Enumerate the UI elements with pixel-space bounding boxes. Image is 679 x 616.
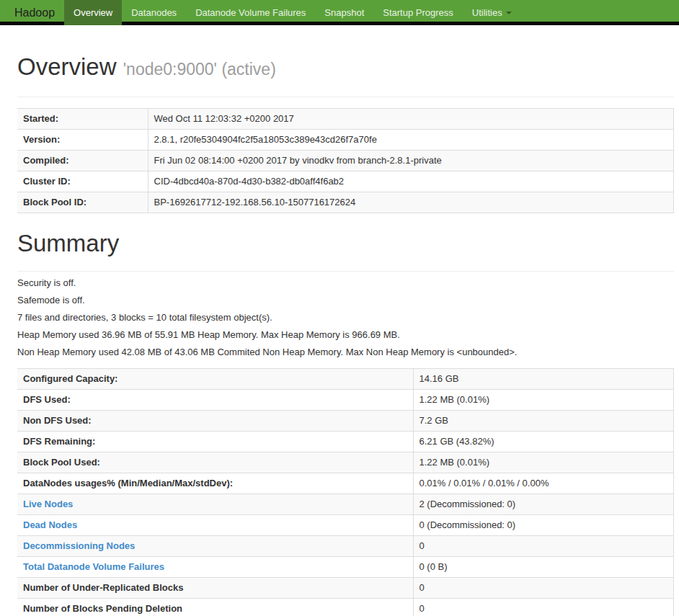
- info-label-cluster-id: Cluster ID:: [17, 171, 148, 192]
- nav-item-datanodes[interactable]: Datanodes: [122, 0, 186, 22]
- table-row: Non DFS Used: 7.2 GB: [17, 411, 674, 432]
- summary-value-under-replicated-blocks: 0: [413, 578, 674, 599]
- info-label-version: Version:: [17, 130, 148, 151]
- namenode-info-table: Started: Wed Oct 11 12:03:32 +0200 2017 …: [17, 108, 674, 213]
- info-value-started: Wed Oct 11 12:03:32 +0200 2017: [148, 109, 674, 130]
- live-nodes-link[interactable]: Live Nodes: [23, 499, 73, 509]
- summary-label-blocks-pending-deletion: Number of Blocks Pending Deletion: [17, 599, 413, 616]
- nav-link-utilities-label: Utilities: [472, 7, 502, 18]
- table-row: Block Pool ID: BP-1692617712-192.168.56.…: [17, 192, 674, 213]
- summary-text-block: Security is off. Safemode is off. 7 file…: [17, 278, 674, 357]
- nav-item-snapshot[interactable]: Snapshot: [315, 0, 373, 22]
- namenode-address-badge: 'node0:9000' (active): [123, 60, 276, 79]
- summary-value-live-nodes: 2 (Decommissioned: 0): [413, 494, 674, 515]
- summary-label-block-pool-used: Block Pool Used:: [17, 452, 413, 473]
- nav-link-datanode-volume-failures[interactable]: Datanode Volume Failures: [186, 0, 315, 25]
- security-status-text: Security is off.: [17, 278, 674, 288]
- table-row: Decommissioning Nodes 0: [17, 536, 674, 557]
- table-row: DataNodes usages% (Min/Median/Max/stdDev…: [17, 473, 674, 494]
- table-row: Number of Under-Replicated Blocks 0: [17, 578, 674, 599]
- summary-label-dfs-remaining: DFS Remaining:: [17, 432, 413, 452]
- nav-link-overview[interactable]: Overview: [64, 0, 122, 25]
- table-row: Version: 2.8.1, r20fe5304904fc2f5a18053c…: [17, 130, 674, 151]
- summary-value-non-dfs-used: 7.2 GB: [413, 411, 674, 432]
- summary-label-dead-nodes: Dead Nodes: [17, 515, 413, 536]
- nav-item-overview[interactable]: Overview: [64, 0, 122, 22]
- summary-label-dfs-used: DFS Used:: [17, 390, 413, 411]
- summary-value-blocks-pending-deletion: 0: [413, 599, 674, 616]
- summary-value-block-pool-used: 1.22 MB (0.01%): [413, 452, 674, 473]
- info-label-started: Started:: [17, 109, 148, 130]
- nav-link-utilities-dropdown[interactable]: Utilities: [463, 0, 521, 25]
- summary-value-decommissioning-nodes: 0: [413, 536, 674, 557]
- table-row: Block Pool Used: 1.22 MB (0.01%): [17, 452, 674, 473]
- summary-label-datanodes-usages: DataNodes usages% (Min/Median/Max/stdDev…: [17, 473, 413, 494]
- summary-section-title: Summary: [17, 231, 674, 256]
- table-row: Cluster ID: CID-4dbcd40a-870d-4d30-b382-…: [17, 171, 674, 192]
- table-row: Configured Capacity: 14.16 GB: [17, 369, 674, 390]
- decommissioning-nodes-link[interactable]: Decommissioning Nodes: [23, 540, 135, 551]
- summary-value-dead-nodes: 0 (Decommissioned: 0): [413, 515, 674, 536]
- page-title: Overview 'node0:9000' (active): [17, 54, 674, 82]
- table-row: Live Nodes 2 (Decommissioned: 0): [17, 494, 674, 515]
- summary-value-dfs-used: 1.22 MB (0.01%): [413, 390, 674, 411]
- table-row: DFS Used: 1.22 MB (0.01%): [17, 390, 674, 411]
- summary-label-non-dfs-used: Non DFS Used:: [17, 411, 413, 432]
- summary-value-configured-capacity: 14.16 GB: [413, 369, 674, 390]
- summary-label-under-replicated-blocks: Number of Under-Replicated Blocks: [17, 578, 413, 599]
- nav-menu: Overview Datanodes Datanode Volume Failu…: [64, 0, 521, 22]
- table-row: Number of Blocks Pending Deletion 0: [17, 599, 674, 616]
- nav-link-startup-progress[interactable]: Startup Progress: [373, 0, 463, 25]
- dead-nodes-link[interactable]: Dead Nodes: [23, 519, 77, 530]
- nav-item-startup-progress[interactable]: Startup Progress: [373, 0, 463, 22]
- summary-table: Configured Capacity: 14.16 GB DFS Used: …: [17, 368, 674, 616]
- table-row: Compiled: Fri Jun 02 08:14:00 +0200 2017…: [17, 151, 674, 171]
- nav-link-datanodes[interactable]: Datanodes: [122, 0, 186, 25]
- divider: [17, 97, 674, 97]
- table-row: DFS Remaining: 6.21 GB (43.82%): [17, 432, 674, 452]
- page-title-text: Overview: [17, 53, 117, 80]
- summary-label-decommissioning-nodes: Decommissioning Nodes: [17, 536, 413, 557]
- nav-item-utilities[interactable]: Utilities: [463, 0, 521, 22]
- table-row: Dead Nodes 0 (Decommissioned: 0): [17, 515, 674, 536]
- info-value-version: 2.8.1, r20fe5304904fc2f5a18053c389e43cd2…: [148, 130, 674, 151]
- caret-down-icon: [506, 12, 512, 14]
- summary-value-dfs-remaining: 6.21 GB (43.82%): [413, 432, 674, 452]
- info-label-compiled: Compiled:: [17, 151, 148, 171]
- info-value-compiled: Fri Jun 02 08:14:00 +0200 2017 by vinodk…: [148, 151, 674, 171]
- info-value-cluster-id: CID-4dbcd40a-870d-4d30-b382-db0aff4f6ab2: [148, 171, 674, 192]
- main-content: Overview 'node0:9000' (active) Started: …: [17, 54, 674, 616]
- nav-item-datanode-volume-failures[interactable]: Datanode Volume Failures: [186, 0, 315, 22]
- filesystem-objects-text: 7 files and directories, 3 blocks = 10 t…: [17, 313, 674, 323]
- table-row: Started: Wed Oct 11 12:03:32 +0200 2017: [17, 109, 674, 130]
- summary-label-live-nodes: Live Nodes: [17, 494, 413, 515]
- safemode-status-text: Safemode is off.: [17, 295, 674, 305]
- summary-label-configured-capacity: Configured Capacity:: [17, 369, 413, 390]
- brand-link[interactable]: Hadoop: [0, 0, 64, 22]
- summary-value-datanodes-usages: 0.01% / 0.01% / 0.01% / 0.00%: [413, 473, 674, 494]
- total-datanode-volume-failures-link[interactable]: Total Datanode Volume Failures: [23, 561, 164, 572]
- non-heap-memory-text: Non Heap Memory used 42.08 MB of 43.06 M…: [17, 347, 674, 357]
- info-value-block-pool-id: BP-1692617712-192.168.56.10-150771617262…: [148, 192, 674, 213]
- summary-label-volume-failures: Total Datanode Volume Failures: [17, 557, 413, 578]
- table-row: Total Datanode Volume Failures 0 (0 B): [17, 557, 674, 578]
- nav-link-snapshot[interactable]: Snapshot: [315, 0, 373, 25]
- summary-value-volume-failures: 0 (0 B): [413, 557, 674, 578]
- top-navbar: Hadoop Overview Datanodes Datanode Volum…: [0, 0, 679, 25]
- divider: [17, 271, 674, 272]
- info-label-block-pool-id: Block Pool ID:: [17, 192, 148, 213]
- heap-memory-text: Heap Memory used 36.96 MB of 55.91 MB He…: [17, 330, 674, 340]
